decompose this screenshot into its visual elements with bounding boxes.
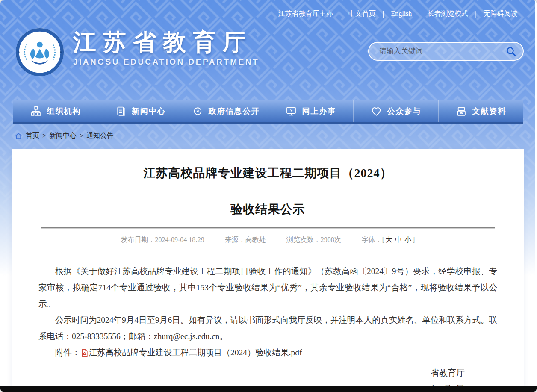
search-box: [368, 42, 524, 61]
site-header: 江苏省教育厅 JIANGSU EDUCATION DEPARTMENT: [0, 27, 535, 83]
article-title-line1: 江苏高校品牌专业建设工程二期项目（2024）: [12, 149, 524, 181]
browser-viewport: 江苏省教育厅主办 中文首页 ｜ English 长者浏览模式 ｜ 无障碍阅读: [0, 0, 537, 392]
nav-label: 网上办事: [302, 106, 336, 116]
nav-item-gov-info-disclosure[interactable]: 政府信息公开: [183, 100, 268, 122]
news-doc-icon: [115, 106, 126, 117]
article-meta: 发布日期：2024-09-04 18:29 来源：高教处 浏览次数：2908次 …: [12, 236, 524, 245]
search-button[interactable]: [505, 46, 517, 57]
breadcrumb-home[interactable]: 首页: [26, 131, 39, 140]
topbar-divider: ｜: [472, 9, 479, 18]
font-size-large-button[interactable]: 大: [386, 236, 392, 243]
nav-item-public-participation[interactable]: 公众参与: [353, 100, 438, 122]
font-size-switcher: 字体：[大中小]: [362, 236, 415, 245]
info-disclosure-icon: [192, 106, 203, 117]
breadcrumb-news-center[interactable]: 新闻中心: [49, 131, 77, 140]
accessibility-link[interactable]: 无障碍阅读: [484, 9, 518, 18]
home-icon: [15, 132, 23, 140]
attachment-link[interactable]: 江苏高校品牌专业建设工程二期项目（2024）验收结果.pdf: [89, 348, 302, 357]
main-navigation: 组织机构 新闻中心 政府信息公开 网上办事: [13, 100, 523, 124]
nav-label: 组织机构: [47, 106, 81, 116]
view-count: 浏览次数：2908次: [286, 236, 341, 245]
site-subtitle: JIANGSU EDUCATION DEPARTMENT: [73, 57, 259, 67]
nav-item-online-services[interactable]: 网上办事: [268, 100, 353, 122]
search-input[interactable]: [378, 47, 505, 56]
article-body: 根据《关于做好江苏高校品牌专业建设工程二期项目验收工作的通知》（苏教高函〔202…: [38, 263, 497, 392]
org-chart-icon: [30, 106, 41, 116]
host-link[interactable]: 江苏省教育厅主办: [278, 9, 333, 18]
nav-label: 公众参与: [387, 106, 422, 116]
signature-org: 省教育厅: [38, 365, 465, 381]
font-size-medium-button[interactable]: 中: [395, 236, 402, 243]
source: 来源：高教处: [225, 236, 266, 245]
top-utility-bar: 江苏省教育厅主办 中文首页 ｜ English 长者浏览模式 ｜ 无障碍阅读: [0, 0, 535, 27]
font-size-small-button[interactable]: 小: [404, 236, 411, 243]
nav-label: 政府信息公开: [209, 106, 260, 116]
nav-label: 文献资料: [472, 106, 507, 116]
attachment-label: 附件：: [55, 348, 80, 357]
nav-label: 新闻中心: [132, 106, 166, 116]
breadcrumb-notices[interactable]: 通知公告: [86, 131, 114, 140]
article-card: 江苏高校品牌专业建设工程二期项目（2024） 验收结果公示 发布日期：2024-…: [12, 149, 524, 387]
pdf-file-icon: [81, 349, 88, 357]
magnifier-icon: [505, 46, 517, 57]
breadcrumb: 首页 > 新闻中心 > 通知公告: [15, 131, 114, 140]
paragraph: 根据《关于做好江苏高校品牌专业建设工程二期项目验收工作的通知》（苏教高函〔202…: [38, 263, 497, 312]
publish-date: 发布日期：2024-09-04 18:29: [121, 236, 204, 245]
jiangsu-education-emblem: [15, 27, 65, 77]
archive-icon: [456, 106, 467, 117]
english-link[interactable]: English: [391, 10, 412, 18]
attachment-row: 附件： 江苏高校品牌专业建设工程二期项目（2024）验收结果.pdf: [38, 345, 497, 361]
footer-bar: [0, 386, 537, 392]
online-service-monitor-icon: [286, 106, 297, 117]
title-divider: [41, 227, 495, 229]
nav-item-documents[interactable]: 文献资料: [438, 100, 523, 122]
heart-icon: [371, 106, 382, 117]
breadcrumb-separator: >: [42, 132, 46, 140]
nav-item-organization[interactable]: 组织机构: [13, 100, 98, 122]
article-title-line2: 验收结果公示: [12, 181, 524, 218]
breadcrumb-separator: >: [80, 132, 83, 140]
topbar-divider: ｜: [380, 9, 387, 18]
paragraph: 公示时间为2024年9月4日至9月6日。如有异议，请以书面形式向我厅反映，并注明…: [38, 312, 497, 345]
nav-item-news-center[interactable]: 新闻中心: [98, 100, 183, 122]
site-title: 江苏省教育厅: [73, 29, 259, 55]
elder-mode-link[interactable]: 长者浏览模式: [427, 9, 468, 18]
chinese-home-link[interactable]: 中文首页: [348, 9, 376, 18]
